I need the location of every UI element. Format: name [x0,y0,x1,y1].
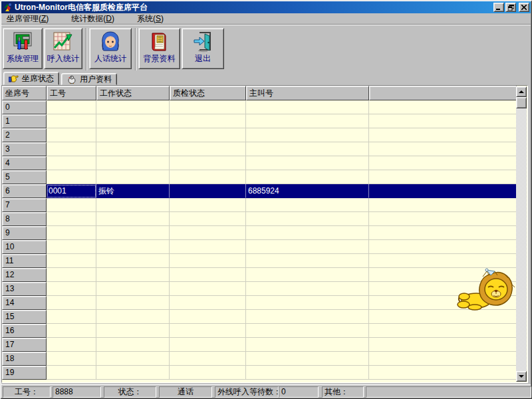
table-cell-qc-status[interactable] [170,296,246,310]
table-cell-filler[interactable] [369,184,517,198]
table-row[interactable]: 14 [2,296,517,310]
table-cell-work-status[interactable] [96,156,170,170]
table-cell-work-status[interactable] [96,142,170,156]
scrollbar-thumb[interactable] [516,97,527,108]
row-number-button[interactable]: 5 [2,170,47,184]
table-cell-qc-status[interactable] [170,156,246,170]
table-cell-agent-id[interactable] [47,310,96,324]
tab-seat-status[interactable]: 坐席状态 [3,72,59,85]
table-cell-qc-status[interactable] [170,366,246,380]
background-info-button[interactable]: 背景资料 [138,28,180,69]
table-cell-filler[interactable] [369,352,517,366]
table-row[interactable]: 16 [2,324,517,338]
table-cell-agent-id[interactable]: 0001 [47,184,96,198]
table-cell-qc-status[interactable] [170,352,246,366]
row-number-button[interactable]: 13 [2,282,47,296]
table-row[interactable]: 2 [2,128,517,142]
table-cell-work-status[interactable] [96,282,170,296]
table-row[interactable]: 1 [2,114,517,128]
table-cell-work-status[interactable] [96,114,170,128]
table-cell-caller-id[interactable] [246,324,369,338]
table-cell-filler[interactable] [369,100,517,114]
row-number-button[interactable]: 2 [2,128,47,142]
table-cell-qc-status[interactable] [170,170,246,184]
table-cell-qc-status[interactable] [170,254,246,268]
table-cell-qc-status[interactable] [170,114,246,128]
minimize-button[interactable] [493,3,504,12]
table-cell-agent-id[interactable] [47,282,96,296]
table-cell-filler[interactable] [369,240,517,254]
table-cell-caller-id[interactable]: 6885924 [246,184,369,198]
row-number-button[interactable]: 6 [2,184,47,198]
table-cell-qc-status[interactable] [170,212,246,226]
table-cell-caller-id[interactable] [246,282,369,296]
table-cell-work-status[interactable] [96,338,170,352]
table-cell-filler[interactable] [369,310,517,324]
tab-user-info[interactable]: 用户资料 [61,73,117,85]
table-cell-filler[interactable] [369,324,517,338]
table-cell-qc-status[interactable] [170,100,246,114]
table-cell-caller-id[interactable] [246,128,369,142]
table-cell-filler[interactable] [369,142,517,156]
row-number-button[interactable]: 0 [2,100,47,114]
table-cell-agent-id[interactable] [47,142,96,156]
table-cell-caller-id[interactable] [246,170,369,184]
table-cell-agent-id[interactable] [47,338,96,352]
table-cell-agent-id[interactable] [47,212,96,226]
column-header-work-status[interactable]: 工作状态 [96,86,170,100]
row-number-button[interactable]: 14 [2,296,47,310]
table-cell-caller-id[interactable] [246,198,369,212]
table-row[interactable]: 0 [2,100,517,114]
table-row[interactable]: 7 [2,198,517,212]
table-cell-caller-id[interactable] [246,114,369,128]
table-row[interactable]: 3 [2,142,517,156]
table-cell-qc-status[interactable] [170,310,246,324]
table-cell-filler[interactable] [369,114,517,128]
table-cell-work-status[interactable] [96,240,170,254]
row-number-button[interactable]: 4 [2,156,47,170]
table-cell-qc-status[interactable] [170,338,246,352]
table-cell-filler[interactable] [369,254,517,268]
table-row[interactable]: 8 [2,212,517,226]
table-cell-work-status[interactable]: 振铃 [96,184,170,198]
row-number-button[interactable]: 19 [2,366,47,380]
table-cell-qc-status[interactable] [170,142,246,156]
table-cell-filler[interactable] [369,198,517,212]
table-row[interactable]: 12 [2,268,517,282]
table-cell-qc-status[interactable] [170,128,246,142]
table-row[interactable]: 9 [2,226,517,240]
table-cell-caller-id[interactable] [246,212,369,226]
row-number-button[interactable]: 8 [2,212,47,226]
table-cell-work-status[interactable] [96,352,170,366]
table-cell-work-status[interactable] [96,212,170,226]
table-row[interactable]: 4 [2,156,517,170]
table-cell-agent-id[interactable] [47,128,96,142]
table-cell-agent-id[interactable] [47,114,96,128]
table-cell-qc-status[interactable] [170,268,246,282]
table-cell-qc-status[interactable] [170,240,246,254]
row-number-button[interactable]: 11 [2,254,47,268]
table-cell-filler[interactable] [369,338,517,352]
table-row[interactable]: 11 [2,254,517,268]
table-cell-caller-id[interactable] [246,310,369,324]
table-cell-caller-id[interactable] [246,156,369,170]
table-cell-qc-status[interactable] [170,324,246,338]
table-cell-work-status[interactable] [96,128,170,142]
table-cell-work-status[interactable] [96,296,170,310]
table-cell-caller-id[interactable] [246,352,369,366]
column-header-qc-status[interactable]: 质检状态 [170,86,246,100]
table-cell-agent-id[interactable] [47,296,96,310]
table-cell-filler[interactable] [369,212,517,226]
table-cell-filler[interactable] [369,170,517,184]
agent-talk-stats-button[interactable]: 人话统计 [89,28,132,69]
row-number-button[interactable]: 18 [2,352,47,366]
table-cell-agent-id[interactable] [47,240,96,254]
row-number-button[interactable]: 3 [2,142,47,156]
table-cell-filler[interactable] [369,226,517,240]
table-row[interactable]: 5 [2,170,517,184]
row-number-button[interactable]: 10 [2,240,47,254]
table-cell-work-status[interactable] [96,366,170,380]
table-cell-caller-id[interactable] [246,338,369,352]
table-cell-work-status[interactable] [96,268,170,282]
scroll-up-button[interactable] [516,86,527,97]
